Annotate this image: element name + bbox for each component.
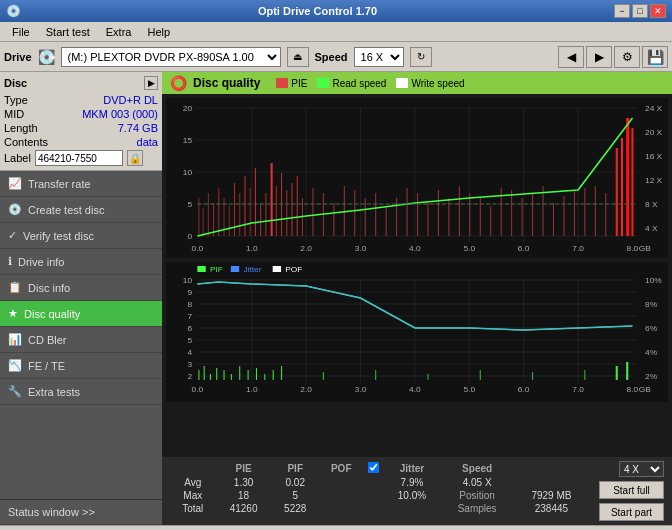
svg-text:3: 3 xyxy=(187,360,192,369)
svg-rect-144 xyxy=(256,368,257,380)
svg-text:0: 0 xyxy=(187,232,192,241)
refresh-button[interactable]: ↻ xyxy=(410,47,432,67)
svg-rect-57 xyxy=(333,203,334,236)
action-btn-3[interactable]: ⚙ xyxy=(614,46,640,68)
test-speed-select[interactable]: 4 X xyxy=(619,461,664,477)
svg-rect-44 xyxy=(250,188,251,236)
svg-rect-82 xyxy=(595,186,596,236)
content-header: ⭕ Disc quality PIE Read speed Write spee… xyxy=(162,72,672,94)
menu-start-test[interactable]: Start test xyxy=(38,24,98,40)
col-pie: PIE xyxy=(216,461,272,476)
pif-chart: PIF Jitter POF xyxy=(166,262,668,402)
sidebar-item-transfer-rate[interactable]: 📈 Transfer rate xyxy=(0,171,162,197)
svg-rect-41 xyxy=(234,183,235,236)
avg-label: Avg xyxy=(170,476,216,489)
disc-section: Disc ▶ Type DVD+R DL MID MKM 003 (000) L… xyxy=(0,72,162,171)
maximize-button[interactable]: □ xyxy=(632,4,648,18)
svg-rect-35 xyxy=(203,208,204,236)
sidebar-item-disc-quality-label: Disc quality xyxy=(24,308,80,320)
sidebar-item-cd-bler[interactable]: 📊 CD Bler xyxy=(0,327,162,353)
disc-label-input[interactable] xyxy=(35,150,123,166)
svg-text:0.0: 0.0 xyxy=(192,385,204,394)
svg-rect-155 xyxy=(626,362,628,380)
avg-pof xyxy=(319,476,364,489)
legend-read-speed: Read speed xyxy=(317,78,386,89)
sidebar-item-disc-info-label: Disc info xyxy=(28,282,70,294)
svg-rect-64 xyxy=(407,188,408,236)
svg-rect-49 xyxy=(276,186,277,236)
menu-extra[interactable]: Extra xyxy=(98,24,140,40)
svg-rect-87 xyxy=(631,128,633,236)
pie-chart: 20 15 10 5 0 24 X 20 X 16 X 12 X 8 X 4 X… xyxy=(166,98,668,258)
svg-rect-70 xyxy=(469,193,470,236)
menu-file[interactable]: File xyxy=(4,24,38,40)
svg-text:12 X: 12 X xyxy=(645,176,663,185)
sidebar-item-fe-te-label: FE / TE xyxy=(28,360,65,372)
pie-chart-svg: 20 15 10 5 0 24 X 20 X 16 X 12 X 8 X 4 X… xyxy=(166,98,668,258)
total-jitter xyxy=(384,502,441,515)
extra-tests-icon: 🔧 xyxy=(8,385,22,398)
sidebar-item-status-window[interactable]: Status window >> xyxy=(0,499,162,525)
disc-quality-icon: ★ xyxy=(8,307,18,320)
sidebar-item-fe-te[interactable]: 📉 FE / TE xyxy=(0,353,162,379)
sidebar-item-disc-info[interactable]: 📋 Disc info xyxy=(0,275,162,301)
drive-icon: 💽 xyxy=(38,49,55,65)
title-bar: 💿 Opti Drive Control 1.70 − □ ✕ xyxy=(0,0,672,22)
disc-length-value: 7.74 GB xyxy=(118,122,158,134)
speed-controls: 4 X Start full Start part xyxy=(599,461,664,521)
minimize-button[interactable]: − xyxy=(614,4,630,18)
window-controls: − □ ✕ xyxy=(614,4,666,18)
status-window-label: Status window >> xyxy=(8,506,95,518)
samples-value: 238445 xyxy=(514,502,589,515)
svg-text:GB: GB xyxy=(639,244,652,253)
disc-label-lock-button[interactable]: 🔒 xyxy=(127,150,143,166)
sidebar-item-verify-test-disc[interactable]: ✓ Verify test disc xyxy=(0,223,162,249)
disc-mid-value: MKM 003 (000) xyxy=(82,108,158,120)
svg-text:9: 9 xyxy=(187,288,192,297)
drive-bar: Drive 💽 (M:) PLEXTOR DVDR PX-890SA 1.00 … xyxy=(0,42,672,72)
start-part-button[interactable]: Start part xyxy=(599,503,664,521)
disc-expand-button[interactable]: ▶ xyxy=(144,76,158,90)
position-value: 7929 MB xyxy=(514,489,589,502)
sidebar-item-drive-info[interactable]: ℹ Drive info xyxy=(0,249,162,275)
jitter-checkbox[interactable] xyxy=(368,462,379,473)
sidebar-item-disc-quality[interactable]: ★ Disc quality xyxy=(0,301,162,327)
svg-rect-45 xyxy=(255,168,256,236)
status-bar: Tests completed 100.0% 26:21 xyxy=(0,525,672,530)
svg-rect-84 xyxy=(616,148,618,236)
svg-text:10: 10 xyxy=(183,276,193,285)
verify-test-disc-icon: ✓ xyxy=(8,229,17,242)
svg-text:PIF: PIF xyxy=(210,265,223,274)
svg-rect-60 xyxy=(365,198,366,236)
svg-rect-139 xyxy=(216,368,217,380)
speed-select[interactable]: 16 X xyxy=(354,47,404,67)
svg-rect-85 xyxy=(621,138,623,236)
svg-text:24 X: 24 X xyxy=(645,104,663,113)
action-btn-1[interactable]: ◀ xyxy=(558,46,584,68)
legend-write-speed: Write speed xyxy=(396,78,464,89)
svg-rect-42 xyxy=(239,193,240,236)
svg-rect-52 xyxy=(292,183,293,236)
sidebar-item-extra-tests[interactable]: 🔧 Extra tests xyxy=(0,379,162,405)
max-pie: 18 xyxy=(216,489,272,502)
svg-rect-86 xyxy=(626,118,629,236)
total-pof xyxy=(319,502,364,515)
svg-rect-92 xyxy=(231,266,239,272)
svg-rect-38 xyxy=(218,188,219,236)
eject-button[interactable]: ⏏ xyxy=(287,47,309,67)
sidebar-item-create-test-disc[interactable]: 💿 Create test disc xyxy=(0,197,162,223)
close-button[interactable]: ✕ xyxy=(650,4,666,18)
svg-rect-69 xyxy=(459,186,460,236)
menu-bar: File Start test Extra Help xyxy=(0,22,672,42)
action-btn-4[interactable]: 💾 xyxy=(642,46,668,68)
action-btn-2[interactable]: ▶ xyxy=(586,46,612,68)
svg-rect-72 xyxy=(490,206,491,236)
svg-rect-148 xyxy=(323,372,324,380)
avg-pif: 0.02 xyxy=(272,476,319,489)
menu-help[interactable]: Help xyxy=(139,24,178,40)
svg-rect-152 xyxy=(532,372,533,380)
start-full-button[interactable]: Start full xyxy=(599,481,664,499)
drive-select[interactable]: (M:) PLEXTOR DVDR PX-890SA 1.00 xyxy=(61,47,281,67)
svg-text:GB: GB xyxy=(639,385,652,394)
max-pof xyxy=(319,489,364,502)
